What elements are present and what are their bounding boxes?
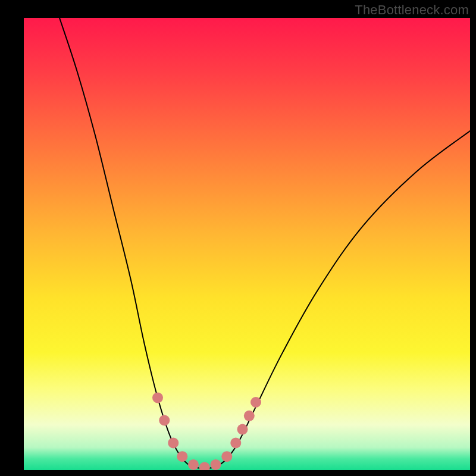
highlight-dot: [244, 411, 255, 421]
chart-svg: [24, 18, 470, 470]
highlight-dot: [250, 397, 261, 408]
highlight-dot: [237, 424, 248, 435]
highlight-dot: [230, 437, 241, 448]
watermark-text: TheBottleneck.com: [355, 2, 469, 18]
frame: TheBottleneck.com: [0, 0, 476, 476]
highlight-dot: [211, 459, 221, 470]
highlight-dot: [177, 451, 187, 462]
plot-area: [24, 18, 470, 470]
highlight-dot: [168, 437, 178, 448]
chart-background: [24, 18, 470, 470]
highlight-dot: [152, 392, 163, 403]
highlight-dot: [188, 459, 199, 470]
highlight-dot: [159, 415, 170, 425]
highlight-dot: [221, 451, 232, 462]
